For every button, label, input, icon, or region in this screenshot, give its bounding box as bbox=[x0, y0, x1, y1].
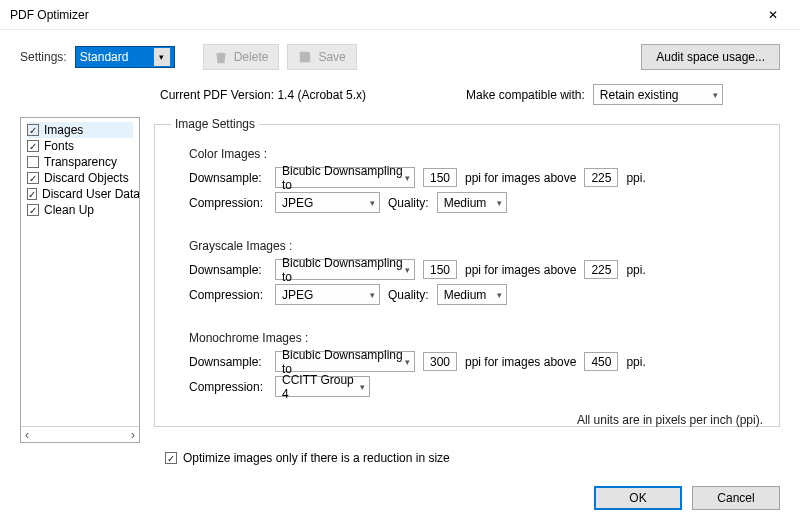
compression-label: Compression: bbox=[189, 380, 267, 394]
color-compression-select[interactable]: JPEG▾ bbox=[275, 192, 380, 213]
chevron-down-icon: ▾ bbox=[497, 198, 502, 208]
select-value: Medium bbox=[444, 196, 487, 210]
mono-ppi-above-input[interactable]: 450 bbox=[584, 352, 618, 371]
audit-label: Audit space usage... bbox=[656, 50, 765, 64]
units-footnote: All units are in pixels per inch (ppi). bbox=[171, 413, 763, 427]
cancel-button[interactable]: Cancel bbox=[692, 486, 780, 510]
chevron-down-icon: ▾ bbox=[154, 48, 170, 66]
compat-label: Make compatible with: bbox=[466, 88, 585, 102]
select-value: Bicubic Downsampling to bbox=[282, 348, 405, 376]
sidebar-item-label: Fonts bbox=[44, 139, 74, 153]
settings-select[interactable]: Standard ▾ bbox=[75, 46, 175, 68]
color-quality-select[interactable]: Medium▾ bbox=[437, 192, 507, 213]
select-value: JPEG bbox=[282, 288, 313, 302]
titlebar: PDF Optimizer ✕ bbox=[0, 0, 800, 30]
chevron-down-icon: ▾ bbox=[360, 382, 365, 392]
mono-ppi-input[interactable]: 300 bbox=[423, 352, 457, 371]
window-title: PDF Optimizer bbox=[10, 8, 89, 22]
ppi-suffix: ppi. bbox=[626, 355, 645, 369]
close-icon: ✕ bbox=[768, 8, 778, 22]
pdf-version: Current PDF Version: 1.4 (Acrobat 5.x) bbox=[160, 88, 366, 102]
quality-label: Quality: bbox=[388, 196, 429, 210]
ok-label: OK bbox=[629, 491, 646, 505]
checkbox[interactable]: ✓ bbox=[27, 172, 39, 184]
scroll-left-icon: ‹ bbox=[25, 428, 29, 442]
above-label: ppi for images above bbox=[465, 171, 576, 185]
sidebar-item-label: Images bbox=[44, 123, 83, 137]
chevron-down-icon: ▾ bbox=[370, 198, 375, 208]
color-ppi-above-input[interactable]: 225 bbox=[584, 168, 618, 187]
sidebar-item-discard-objects[interactable]: ✓Discard Objects bbox=[27, 170, 133, 186]
sidebar-item-clean-up[interactable]: ✓Clean Up bbox=[27, 202, 133, 218]
above-label: ppi for images above bbox=[465, 263, 576, 277]
select-value: Bicubic Downsampling to bbox=[282, 256, 405, 284]
compat-select[interactable]: Retain existing ▾ bbox=[593, 84, 723, 105]
sidebar-item-transparency[interactable]: Transparency bbox=[27, 154, 133, 170]
sidebar-item-label: Transparency bbox=[44, 155, 117, 169]
compat-value: Retain existing bbox=[600, 88, 679, 102]
select-value: Bicubic Downsampling to bbox=[282, 164, 405, 192]
toolbar: Settings: Standard ▾ Delete Save Audit s… bbox=[0, 30, 800, 80]
sidebar-item-label: Discard Objects bbox=[44, 171, 129, 185]
color-downsample-select[interactable]: Bicubic Downsampling to▾ bbox=[275, 167, 415, 188]
sidebar-item-fonts[interactable]: ✓Fonts bbox=[27, 138, 133, 154]
downsample-label: Downsample: bbox=[189, 171, 267, 185]
checkbox[interactable]: ✓ bbox=[27, 124, 39, 136]
gray-ppi-above-input[interactable]: 225 bbox=[584, 260, 618, 279]
select-value: CCITT Group 4 bbox=[282, 373, 360, 401]
save-icon bbox=[298, 50, 312, 64]
chevron-down-icon: ▾ bbox=[405, 265, 410, 275]
delete-button[interactable]: Delete bbox=[203, 44, 280, 70]
mono-heading: Monochrome Images : bbox=[189, 331, 763, 345]
delete-label: Delete bbox=[234, 50, 269, 64]
compression-label: Compression: bbox=[189, 288, 267, 302]
image-settings-panel: Image Settings Color Images : Downsample… bbox=[154, 117, 780, 427]
scroll-right-icon: › bbox=[131, 428, 135, 442]
optimize-checkbox[interactable]: ✓ bbox=[165, 452, 177, 464]
checkbox[interactable]: ✓ bbox=[27, 188, 37, 200]
close-button[interactable]: ✕ bbox=[756, 0, 790, 30]
trash-icon bbox=[214, 50, 228, 64]
audit-button[interactable]: Audit space usage... bbox=[641, 44, 780, 70]
chevron-down-icon: ▾ bbox=[405, 173, 410, 183]
gray-downsample-select[interactable]: Bicubic Downsampling to▾ bbox=[275, 259, 415, 280]
settings-value: Standard bbox=[80, 50, 129, 64]
mono-downsample-select[interactable]: Bicubic Downsampling to▾ bbox=[275, 351, 415, 372]
quality-label: Quality: bbox=[388, 288, 429, 302]
chevron-down-icon: ▾ bbox=[497, 290, 502, 300]
panel-legend: Image Settings bbox=[171, 117, 259, 131]
compression-label: Compression: bbox=[189, 196, 267, 210]
color-ppi-input[interactable]: 150 bbox=[423, 168, 457, 187]
sidebar-scrollbar[interactable]: ‹ › bbox=[21, 426, 139, 442]
save-label: Save bbox=[318, 50, 345, 64]
sidebar-item-label: Clean Up bbox=[44, 203, 94, 217]
gray-heading: Grayscale Images : bbox=[189, 239, 763, 253]
above-label: ppi for images above bbox=[465, 355, 576, 369]
select-value: Medium bbox=[444, 288, 487, 302]
cancel-label: Cancel bbox=[717, 491, 754, 505]
downsample-label: Downsample: bbox=[189, 355, 267, 369]
checkbox[interactable] bbox=[27, 156, 39, 168]
ok-button[interactable]: OK bbox=[594, 486, 682, 510]
info-row: Current PDF Version: 1.4 (Acrobat 5.x) M… bbox=[0, 80, 800, 117]
downsample-label: Downsample: bbox=[189, 263, 267, 277]
chevron-down-icon: ▾ bbox=[370, 290, 375, 300]
save-button[interactable]: Save bbox=[287, 44, 356, 70]
gray-quality-select[interactable]: Medium▾ bbox=[437, 284, 507, 305]
checkbox[interactable]: ✓ bbox=[27, 140, 39, 152]
sidebar-item-label: Discard User Data bbox=[42, 187, 139, 201]
chevron-down-icon: ▾ bbox=[713, 90, 718, 100]
sidebar-item-images[interactable]: ✓Images bbox=[27, 122, 133, 138]
color-heading: Color Images : bbox=[189, 147, 763, 161]
sidebar: ✓Images✓FontsTransparency✓Discard Object… bbox=[20, 117, 140, 443]
gray-ppi-input[interactable]: 150 bbox=[423, 260, 457, 279]
sidebar-item-discard-user-data[interactable]: ✓Discard User Data bbox=[27, 186, 133, 202]
checkbox[interactable]: ✓ bbox=[27, 204, 39, 216]
mono-compression-select[interactable]: CCITT Group 4▾ bbox=[275, 376, 370, 397]
optimize-label: Optimize images only if there is a reduc… bbox=[183, 451, 450, 465]
select-value: JPEG bbox=[282, 196, 313, 210]
ppi-suffix: ppi. bbox=[626, 171, 645, 185]
ppi-suffix: ppi. bbox=[626, 263, 645, 277]
gray-compression-select[interactable]: JPEG▾ bbox=[275, 284, 380, 305]
chevron-down-icon: ▾ bbox=[405, 357, 410, 367]
